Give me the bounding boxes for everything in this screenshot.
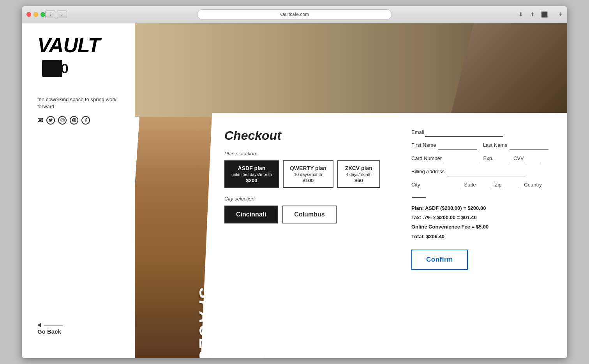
svg-rect-3	[60, 118, 64, 122]
logo-mug-icon	[41, 58, 69, 79]
plan-buttons: ASDF plan unlimited days/month $200 QWER…	[224, 160, 400, 188]
email-row: Email	[411, 128, 552, 137]
plan-asdf-button[interactable]: ASDF plan unlimited days/month $200	[224, 160, 279, 188]
card-row: Card Number Exp. CVV	[411, 155, 552, 163]
forward-nav-button[interactable]: ›	[57, 11, 67, 18]
minimize-button[interactable]	[34, 12, 38, 17]
plan-qwerty-detail: 10 days/month	[290, 172, 326, 177]
plan-selection-label: Plan selection:	[224, 151, 400, 157]
back-arrow-row	[37, 323, 63, 327]
checkout-left: Checkout Plan selection: ASDF plan unlim…	[224, 125, 400, 346]
plan-asdf-name: ASDF plan	[231, 165, 272, 171]
browser-titlebar: ‹ › vaultcafe.com ⬇ ⬆ ⬛ +	[22, 6, 567, 23]
city-columbus-button[interactable]: Columbus	[282, 206, 336, 223]
card-number-label: Card Number	[411, 155, 442, 161]
cvv-label: CVV	[513, 155, 524, 161]
summary-tax-line: Tax: .7% x $200.00 = $01.40	[411, 213, 552, 222]
exp-input[interactable]	[496, 155, 509, 163]
close-button[interactable]	[26, 12, 31, 17]
browser-nav: ‹ ›	[45, 11, 67, 18]
browser-window: ‹ › vaultcafe.com ⬇ ⬆ ⬛ + VAULT	[22, 6, 567, 358]
plan-zxcv-button[interactable]: ZXCV plan 4 days/month $60	[337, 160, 380, 188]
go-back-text: Go Back	[37, 328, 61, 335]
address-bar[interactable]: vaultcafe.com	[197, 9, 392, 19]
logo-area: VAULT	[37, 35, 119, 81]
top-photo-area	[135, 23, 567, 117]
card-number-input[interactable]	[444, 155, 479, 163]
plan-asdf-price: $200	[231, 178, 272, 183]
plan-zxcv-price: $60	[344, 178, 373, 183]
city-field-label: City	[411, 182, 420, 188]
checkout-title: Checkout	[224, 128, 400, 143]
billing-input[interactable]	[447, 168, 525, 176]
country-input[interactable]	[412, 189, 426, 198]
address-url: vaultcafe.com	[280, 12, 309, 17]
maximize-button[interactable]	[41, 12, 45, 17]
sidebar-toggle-icon[interactable]: ⬛	[541, 11, 548, 18]
go-back-link[interactable]: Go Back	[37, 323, 119, 335]
city-cincinnati-button[interactable]: Cincinnati	[224, 206, 278, 223]
name-row: First Name Last Name	[411, 141, 552, 150]
email-label: Email	[411, 129, 424, 135]
cvv-input[interactable]	[526, 155, 540, 163]
email-input[interactable]	[425, 128, 503, 137]
confirm-button[interactable]: Confirm	[411, 250, 468, 270]
go-back-area: Go Back	[37, 323, 119, 346]
svg-rect-2	[42, 60, 62, 64]
back-nav-button[interactable]: ‹	[45, 11, 55, 18]
billing-label: Billing Address	[411, 169, 444, 174]
billing-row: Billing Address	[411, 168, 552, 176]
plan-zxcv-detail: 4 days/month	[344, 172, 373, 177]
logo-text: VAULT	[37, 35, 119, 55]
first-name-input[interactable]	[438, 141, 477, 150]
checkout-area-wrapper: Checkout Plan selection: ASDF plan unlim…	[201, 113, 567, 358]
add-tab-button[interactable]: +	[558, 11, 563, 19]
back-arrow-line-icon	[44, 325, 63, 325]
social-icons: ✉	[37, 116, 119, 125]
checkout-right: Email First Name Last Name Card Number E…	[411, 125, 563, 346]
plan-zxcv-name: ZXCV plan	[344, 165, 373, 171]
facebook-icon[interactable]	[81, 116, 90, 125]
window-controls	[26, 12, 45, 17]
last-name-input[interactable]	[510, 141, 548, 150]
plan-qwerty-name: QWERTY plan	[290, 165, 326, 171]
instagram-icon[interactable]	[58, 116, 67, 125]
last-name-label: Last Name	[483, 142, 508, 148]
page-content: VAULT the coworking space to spring work…	[22, 23, 567, 358]
twitter-icon[interactable]	[46, 116, 55, 125]
city-selection-label: City selection:	[224, 196, 400, 202]
zip-label: Zip	[494, 182, 501, 188]
mail-icon[interactable]: ✉	[37, 116, 43, 125]
city-field-input[interactable]	[421, 181, 460, 190]
share-icon[interactable]: ⬆	[529, 11, 536, 18]
city-buttons: Cincinnati Columbus	[224, 206, 400, 223]
exp-label: Exp.	[483, 155, 494, 161]
plan-qwerty-price: $100	[290, 178, 326, 183]
svg-point-5	[63, 119, 63, 120]
plan-qwerty-button[interactable]: QWERTY plan 10 days/month $100	[283, 160, 333, 188]
svg-rect-0	[42, 62, 62, 77]
summary-plan-line: Plan: ASDF ($200.00) = $200.00	[411, 204, 552, 213]
pinterest-icon[interactable]	[70, 116, 78, 125]
plan-asdf-detail: unlimited days/month	[231, 172, 272, 177]
svg-rect-1	[62, 65, 67, 72]
sidebar: VAULT the coworking space to spring work…	[22, 23, 135, 358]
zip-input[interactable]	[503, 181, 520, 190]
city-state-row: City State Zip Country	[411, 181, 552, 198]
first-name-label: First Name	[411, 142, 436, 148]
svg-point-4	[62, 120, 63, 121]
download-icon[interactable]: ⬇	[517, 11, 524, 18]
summary-total-line: Total: $206.40	[411, 232, 552, 241]
browser-icons: ⬇ ⬆ ⬛	[517, 11, 548, 18]
back-arrow-head-icon	[37, 323, 41, 327]
checkout-inner: Checkout Plan selection: ASDF plan unlim…	[201, 113, 567, 358]
state-label: State	[464, 182, 476, 188]
country-label: Country	[524, 182, 542, 188]
sidebar-tagline: the coworking space to spring work forwa…	[37, 96, 119, 110]
summary-fee-line: Online Convenience Fee = $5.00	[411, 223, 552, 231]
order-summary: Plan: ASDF ($200.00) = $200.00 Tax: .7% …	[411, 204, 552, 241]
state-input[interactable]	[477, 181, 490, 190]
